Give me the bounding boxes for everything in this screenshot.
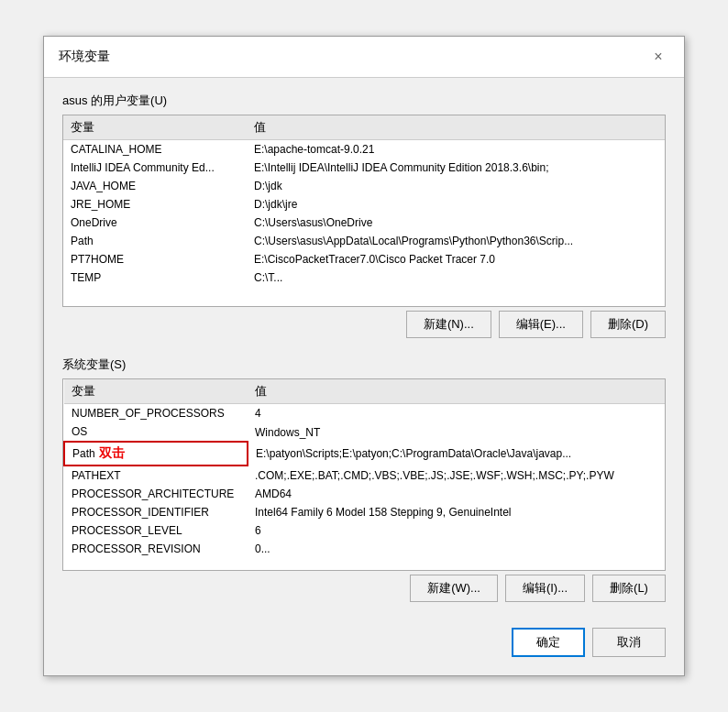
variable-cell: JRE_HOME bbox=[63, 195, 247, 214]
variable-cell: PROCESSOR_REVISION bbox=[64, 540, 248, 558]
double-click-hint: 双击 bbox=[95, 445, 125, 460]
variable-cell: PROCESSOR_LEVEL bbox=[64, 521, 248, 540]
system-section-label: 系统变量(S) bbox=[62, 356, 666, 373]
system-variables-section: 系统变量(S) 变量 值 NUMBER_OF_PROCESSORS4OSWind… bbox=[62, 356, 666, 606]
user-delete-button[interactable]: 删除(D) bbox=[590, 311, 666, 338]
variable-cell: PROCESSOR_ARCHITECTURE bbox=[64, 485, 248, 503]
table-row[interactable]: JRE_HOMED:\jdk\jre bbox=[63, 195, 665, 214]
value-cell: D:\jdk\jre bbox=[247, 195, 665, 214]
table-row[interactable]: PROCESSOR_ARCHITECTUREAMD64 bbox=[64, 485, 665, 503]
value-cell: 4 bbox=[248, 404, 665, 423]
value-cell: E:\patyon\Scripts;E:\patyon;C:\ProgramDa… bbox=[248, 442, 665, 466]
user-col-value: 值 bbox=[247, 115, 665, 140]
variable-cell: OneDrive bbox=[63, 214, 247, 232]
value-cell: 6 bbox=[248, 521, 665, 540]
cancel-button[interactable]: 取消 bbox=[592, 628, 666, 657]
value-cell: E:\CiscoPacketTracer7.0\Cisco Packet Tra… bbox=[247, 250, 665, 268]
table-row[interactable]: CATALINA_HOMEE:\apache-tomcat-9.0.21 bbox=[63, 140, 665, 159]
system-variables-table: 变量 值 NUMBER_OF_PROCESSORS4OSWindows_NTPa… bbox=[63, 379, 665, 558]
value-cell: E:\apache-tomcat-9.0.21 bbox=[247, 140, 665, 159]
environment-variables-dialog: 环境变量 × asus 的用户变量(U) 变量 值 CATALINA_HOMEE… bbox=[43, 36, 685, 676]
table-row[interactable]: Path 双击E:\patyon\Scripts;E:\patyon;C:\Pr… bbox=[64, 442, 665, 466]
user-new-button[interactable]: 新建(N)... bbox=[406, 311, 491, 338]
user-variables-table: 变量 值 CATALINA_HOMEE:\apache-tomcat-9.0.2… bbox=[63, 115, 665, 287]
variable-cell: NUMBER_OF_PROCESSORS bbox=[64, 404, 248, 423]
value-cell: .COM;.EXE;.BAT;.CMD;.VBS;.VBE;.JS;.JSE;.… bbox=[248, 466, 665, 485]
variable-cell: JAVA_HOME bbox=[63, 177, 247, 195]
variable-cell: PROCESSOR_IDENTIFIER bbox=[64, 503, 248, 521]
value-cell: 0... bbox=[248, 540, 665, 558]
system-edit-button[interactable]: 编辑(I)... bbox=[505, 575, 585, 602]
variable-cell: Path 双击 bbox=[64, 442, 248, 466]
system-buttons-row: 新建(W)... 编辑(I)... 删除(L) bbox=[62, 571, 666, 606]
system-delete-button[interactable]: 删除(L) bbox=[592, 575, 666, 602]
user-section-label: asus 的用户变量(U) bbox=[62, 93, 666, 109]
dialog-title: 环境变量 bbox=[59, 49, 110, 65]
variable-cell: IntelliJ IDEA Community Ed... bbox=[63, 159, 247, 177]
user-col-variable: 变量 bbox=[63, 115, 247, 140]
table-row[interactable]: OneDriveC:\Users\asus\OneDrive bbox=[63, 214, 665, 232]
table-row[interactable]: PT7HOMEE:\CiscoPacketTracer7.0\Cisco Pac… bbox=[63, 250, 665, 268]
variable-cell: Path bbox=[63, 232, 247, 250]
variable-cell: TEMP bbox=[63, 268, 247, 287]
user-variables-table-container[interactable]: 变量 值 CATALINA_HOMEE:\apache-tomcat-9.0.2… bbox=[62, 115, 666, 307]
system-new-button[interactable]: 新建(W)... bbox=[410, 575, 498, 602]
table-row[interactable]: PathC:\Users\asus\AppData\Local\Programs… bbox=[63, 232, 665, 250]
close-button[interactable]: × bbox=[647, 46, 669, 68]
table-row[interactable]: IntelliJ IDEA Community Ed...E:\Intellij… bbox=[63, 159, 665, 177]
user-buttons-row: 新建(N)... 编辑(E)... 删除(D) bbox=[62, 307, 666, 342]
system-col-variable: 变量 bbox=[64, 379, 248, 404]
table-row[interactable]: NUMBER_OF_PROCESSORS4 bbox=[64, 404, 665, 423]
title-bar: 环境变量 × bbox=[44, 37, 684, 78]
table-row[interactable]: JAVA_HOMED:\jdk bbox=[63, 177, 665, 195]
value-cell: E:\Intellij IDEA\IntelliJ IDEA Community… bbox=[247, 159, 665, 177]
ok-button[interactable]: 确定 bbox=[512, 628, 585, 657]
user-table-body: CATALINA_HOMEE:\apache-tomcat-9.0.21Inte… bbox=[63, 140, 665, 288]
table-row[interactable]: PATHEXT.COM;.EXE;.BAT;.CMD;.VBS;.VBE;.JS… bbox=[64, 466, 665, 485]
system-col-value: 值 bbox=[248, 379, 665, 404]
bottom-buttons-row: 确定 取消 bbox=[62, 620, 666, 661]
table-row[interactable]: PROCESSOR_REVISION0... bbox=[64, 540, 665, 558]
value-cell: AMD64 bbox=[248, 485, 665, 503]
system-table-body: NUMBER_OF_PROCESSORS4OSWindows_NTPath 双击… bbox=[64, 404, 665, 559]
system-table-header-row: 变量 值 bbox=[64, 379, 665, 404]
value-cell: C:\Users\asus\OneDrive bbox=[247, 214, 665, 232]
value-cell: C:\T... bbox=[247, 268, 665, 287]
value-cell: D:\jdk bbox=[247, 177, 665, 195]
variable-cell: CATALINA_HOME bbox=[63, 140, 247, 159]
user-table-header-row: 变量 值 bbox=[63, 115, 665, 140]
table-row[interactable]: TEMPC:\T... bbox=[63, 268, 665, 287]
variable-cell: OS bbox=[64, 422, 248, 442]
table-row[interactable]: PROCESSOR_LEVEL6 bbox=[64, 521, 665, 540]
table-row[interactable]: PROCESSOR_IDENTIFIERIntel64 Family 6 Mod… bbox=[64, 503, 665, 521]
variable-cell: PT7HOME bbox=[63, 250, 247, 268]
table-row[interactable]: OSWindows_NT bbox=[64, 422, 665, 442]
value-cell: Intel64 Family 6 Model 158 Stepping 9, G… bbox=[248, 503, 665, 521]
dialog-body: asus 的用户变量(U) 变量 值 CATALINA_HOMEE:\apach… bbox=[44, 78, 684, 675]
user-edit-button[interactable]: 编辑(E)... bbox=[499, 311, 583, 338]
value-cell: Windows_NT bbox=[248, 422, 665, 442]
variable-cell: PATHEXT bbox=[64, 466, 248, 485]
system-variables-table-container[interactable]: 变量 值 NUMBER_OF_PROCESSORS4OSWindows_NTPa… bbox=[62, 378, 666, 571]
user-variables-section: asus 的用户变量(U) 变量 值 CATALINA_HOMEE:\apach… bbox=[62, 93, 666, 342]
value-cell: C:\Users\asus\AppData\Local\Programs\Pyt… bbox=[247, 232, 665, 250]
